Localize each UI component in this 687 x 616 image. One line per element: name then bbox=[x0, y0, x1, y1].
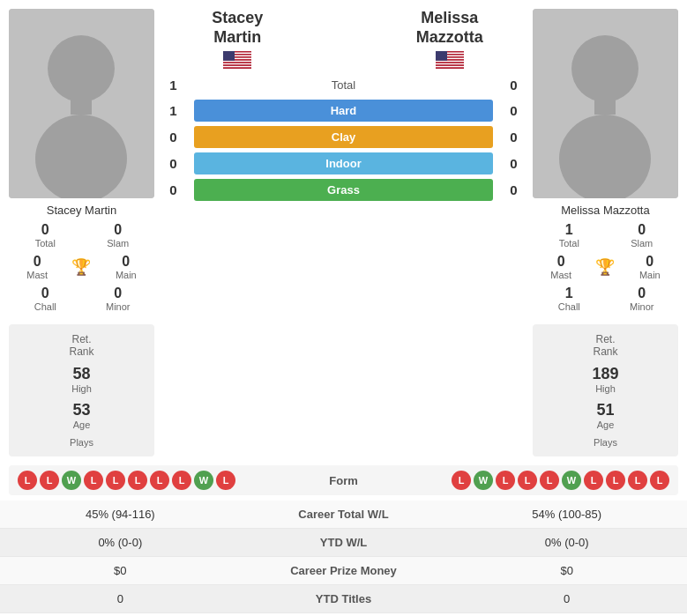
prize-right: $0 bbox=[446, 557, 687, 585]
names-flags-row: StaceyMartin bbox=[158, 9, 529, 69]
right-chall-stat: 1 Chall bbox=[547, 286, 591, 312]
form-right-8: L bbox=[606, 471, 625, 490]
surface-row-clay: 0 Clay 0 bbox=[158, 126, 529, 148]
svg-rect-28 bbox=[436, 65, 464, 67]
left-main-stat: 0 Main bbox=[104, 254, 148, 280]
center-content: StaceyMartin bbox=[158, 9, 529, 201]
svg-rect-15 bbox=[223, 66, 251, 68]
stats-table: 45% (94-116) Career Total W/L 54% (100-8… bbox=[0, 501, 687, 613]
indoor-badge: Indoor bbox=[194, 152, 493, 174]
surface-row-indoor: 0 Indoor 0 bbox=[158, 152, 529, 174]
form-right-9: L bbox=[628, 471, 647, 490]
form-center-label: Form bbox=[309, 474, 379, 487]
left-mast-label: Mast bbox=[26, 270, 48, 280]
clay-badge: Clay bbox=[194, 126, 493, 148]
left-plays-item: Plays bbox=[70, 437, 93, 448]
svg-point-1 bbox=[48, 35, 115, 102]
ytd-wl-label: YTD W/L bbox=[241, 529, 447, 557]
svg-rect-11 bbox=[223, 61, 251, 63]
right-stats-row-3: 1 Chall 0 Minor bbox=[533, 284, 678, 314]
prize-label: Career Prize Money bbox=[241, 557, 447, 585]
left-mast-stat: 0 Mast bbox=[15, 254, 59, 280]
left-slam-value: 0 bbox=[114, 222, 122, 238]
left-name-block: StaceyMartin bbox=[158, 9, 317, 69]
right-age-value: 51 bbox=[596, 401, 614, 419]
left-total-label: Total bbox=[35, 238, 56, 249]
left-player-photo bbox=[9, 9, 154, 198]
left-minor-stat: 0 Minor bbox=[96, 286, 140, 312]
right-total-value: 1 bbox=[565, 222, 573, 238]
right-stats-row-1: 1 Total 0 Slam bbox=[533, 220, 678, 250]
total-left-value: 1 bbox=[158, 78, 189, 93]
form-left-7: L bbox=[150, 471, 169, 490]
left-rank-panel: Ret.Rank 58 High 53 Age Plays bbox=[9, 319, 154, 456]
left-high-item: 58 High bbox=[71, 365, 92, 394]
svg-rect-27 bbox=[436, 63, 464, 65]
svg-rect-29 bbox=[436, 66, 464, 68]
right-slam-value: 0 bbox=[638, 222, 646, 238]
left-stats-row-2: 0 Mast 🏆 0 Main bbox=[9, 252, 154, 282]
left-big-name: StaceyMartin bbox=[212, 9, 263, 47]
form-right-badges: L W L L L W L L L L bbox=[379, 471, 670, 490]
right-mast-label: Mast bbox=[550, 270, 571, 280]
right-rank-panel: Ret.Rank 189 High 51 Age Plays bbox=[533, 319, 678, 456]
right-name-block: MelissaMazzotta bbox=[370, 9, 530, 69]
surface-rows-container: 1 Hard 0 0 Clay 0 0 Indoor 0 bbox=[158, 100, 529, 201]
left-main-label: Main bbox=[116, 270, 137, 280]
form-left-badges: L L W L L L L L W L bbox=[18, 471, 309, 490]
form-left-9: W bbox=[194, 471, 213, 490]
svg-rect-3 bbox=[71, 97, 92, 115]
left-flag-icon bbox=[223, 51, 251, 69]
form-right-3: L bbox=[496, 471, 515, 490]
form-right-5: L bbox=[540, 471, 559, 490]
total-center-label: Total bbox=[194, 78, 493, 92]
right-mast-stat: 0 Mast bbox=[539, 254, 583, 280]
ytd-wl-left: 0% (0-0) bbox=[0, 529, 241, 557]
left-chall-value: 0 bbox=[41, 286, 49, 301]
right-rank-inner: Ret.Rank 189 High 51 Age Plays bbox=[533, 324, 678, 456]
right-player-panel: Melissa Mazzotta 1 Total 0 Slam 0 Mast bbox=[533, 9, 678, 314]
middle-spacer bbox=[158, 319, 529, 456]
surface-row-grass: 0 Grass 0 bbox=[158, 179, 529, 201]
left-minor-value: 0 bbox=[114, 286, 122, 301]
form-left-10: L bbox=[216, 471, 235, 490]
left-player-panel: Stacey Martin 0 Total 0 Slam 0 Mast bbox=[9, 9, 154, 314]
left-trophy-icon: 🏆 bbox=[71, 257, 91, 277]
left-stats-row-3: 0 Chall 0 Minor bbox=[9, 284, 154, 314]
right-rank-item: Ret.Rank bbox=[593, 333, 617, 358]
left-total-stat: 0 Total bbox=[23, 222, 67, 249]
table-row-ytd-wl: 0% (0-0) YTD W/L 0% (0-0) bbox=[0, 529, 687, 557]
left-stats-box: 0 Total 0 Slam 0 Mast 🏆 0 bbox=[9, 220, 154, 314]
ytd-titles-label: YTD Titles bbox=[241, 585, 447, 613]
svg-rect-12 bbox=[223, 62, 251, 63]
right-slam-label: Slam bbox=[631, 238, 653, 249]
career-total-left: 45% (94-116) bbox=[0, 501, 241, 529]
right-trophy-icon: 🏆 bbox=[595, 257, 615, 277]
right-high-item: 189 High bbox=[592, 365, 618, 394]
left-rank-item: Ret.Rank bbox=[69, 333, 93, 358]
indoor-left-score: 0 bbox=[158, 156, 189, 171]
right-main-label: Main bbox=[639, 270, 661, 280]
form-right-1: L bbox=[452, 471, 471, 490]
right-player-photo bbox=[533, 9, 678, 198]
indoor-right-score: 0 bbox=[498, 156, 529, 171]
ytd-wl-right: 0% (0-0) bbox=[446, 529, 687, 557]
form-left-6: L bbox=[128, 471, 147, 490]
left-age-value: 53 bbox=[72, 401, 90, 419]
right-player-name: Melissa Mazzotta bbox=[561, 204, 649, 217]
grass-left-score: 0 bbox=[158, 182, 189, 197]
svg-rect-14 bbox=[223, 65, 251, 67]
right-minor-label: Minor bbox=[630, 301, 654, 312]
table-row-career-total: 45% (94-116) Career Total W/L 54% (100-8… bbox=[0, 501, 687, 529]
left-rank-inner: Ret.Rank 58 High 53 Age Plays bbox=[9, 324, 154, 456]
svg-rect-35 bbox=[594, 97, 616, 115]
left-chall-label: Chall bbox=[34, 301, 56, 312]
right-age-item: 51 Age bbox=[596, 401, 614, 430]
left-minor-label: Minor bbox=[106, 301, 131, 312]
svg-rect-31 bbox=[436, 51, 447, 61]
right-chall-value: 1 bbox=[565, 286, 573, 301]
right-stats-row-2: 0 Mast 🏆 0 Main bbox=[533, 252, 678, 282]
right-plays-item: Plays bbox=[594, 437, 617, 448]
left-slam-label: Slam bbox=[107, 238, 129, 249]
clay-right-score: 0 bbox=[498, 130, 529, 145]
